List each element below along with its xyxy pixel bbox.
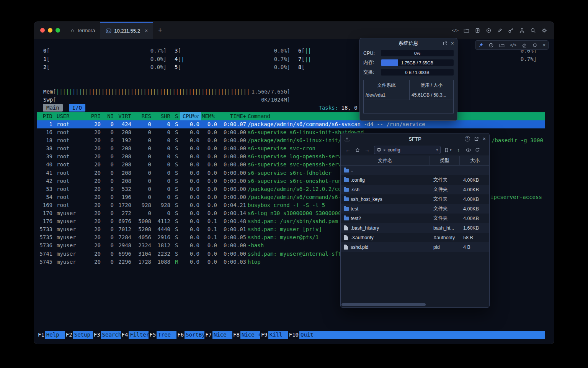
back-icon[interactable]: ←	[345, 147, 351, 153]
column-header-filename[interactable]: 文件名	[341, 156, 430, 165]
close-icon[interactable]: ×	[483, 136, 486, 141]
close-icon[interactable]: ×	[451, 41, 454, 46]
fkey-label[interactable]: Setup	[73, 331, 93, 339]
new-tab-button[interactable]: +	[153, 22, 167, 39]
process-cell-pri: 20	[88, 225, 102, 233]
cpu-meter-3: 3[0.0%]	[175, 47, 290, 55]
log-icon[interactable]	[475, 28, 480, 33]
folder-icon[interactable]	[464, 28, 469, 33]
process-cell-cpu: 0.0	[180, 169, 201, 177]
key-icon[interactable]	[508, 28, 514, 33]
process-cell-pri: 20	[88, 136, 102, 145]
sftp-toolbar: ← → > config ▾ ▾ ↑	[341, 144, 489, 156]
tab-session[interactable]: 10.211.55.2 ×	[100, 22, 153, 39]
fkey-label[interactable]: Kill	[268, 331, 288, 339]
search-icon[interactable]	[530, 28, 536, 33]
branch-icon[interactable]	[519, 28, 525, 33]
column-header-mem[interactable]: MEM%	[201, 112, 219, 120]
edit-icon[interactable]	[497, 28, 503, 33]
sftp-file-row[interactable]: test文件夹4.00KB	[341, 204, 489, 214]
sftp-file-row[interactable]: test2文件夹4.00KB	[341, 214, 489, 223]
forward-icon[interactable]: →	[364, 147, 371, 153]
minimize-window-button[interactable]	[48, 28, 52, 33]
fkey-label[interactable]: SortBy	[185, 331, 204, 339]
folder-icon[interactable]	[499, 43, 505, 48]
column-header-shr[interactable]: SHR	[153, 112, 172, 120]
open-in-window-icon[interactable]	[474, 136, 479, 141]
fkey-label[interactable]: Tree	[157, 331, 176, 339]
fkey-F8[interactable]: F8	[232, 331, 240, 339]
fkey-label[interactable]: Filter	[129, 331, 149, 339]
htop-tab-main[interactable]: Main	[43, 104, 63, 112]
parent-directory-icon[interactable]: ↑	[455, 147, 462, 153]
process-cell-virt: 2296	[115, 258, 133, 266]
zoom-window-button[interactable]	[56, 28, 60, 33]
pin-icon[interactable]	[478, 43, 483, 48]
column-header-virt[interactable]: VIRT	[115, 112, 133, 120]
eraser-icon[interactable]	[521, 43, 527, 48]
code-icon[interactable]: </>	[510, 43, 516, 48]
sftp-file-row[interactable]: ..	[341, 166, 489, 175]
sftp-file-row[interactable]: sshd.pidpid4 B	[341, 242, 489, 252]
fkey-F4[interactable]: F4	[121, 331, 129, 339]
fkey-label[interactable]: Nice +	[240, 331, 260, 339]
record-icon[interactable]	[486, 28, 492, 33]
fkey-label[interactable]: Search	[101, 331, 121, 339]
fkey-label[interactable]: Quit	[299, 331, 319, 339]
fkey-F3[interactable]: F3	[93, 331, 101, 339]
process-cell-pri: 20	[88, 153, 102, 161]
process-cell-pid: 16	[37, 128, 54, 136]
sftp-file-row[interactable]: .ssh文件夹4.00KB	[341, 185, 489, 194]
process-row[interactable]: 1root20042400S0.00.00:00.07/package/admi…	[37, 120, 545, 128]
process-cell-ni: 0	[102, 120, 115, 128]
fkey-label[interactable]: Nice -	[212, 331, 232, 339]
close-icon[interactable]: ×	[543, 43, 546, 48]
fkey-F9[interactable]: F9	[260, 331, 268, 339]
download-icon[interactable]	[344, 133, 350, 144]
fkey-F6[interactable]: F6	[176, 331, 185, 339]
fkey-F1[interactable]: F1	[37, 331, 45, 339]
fkey-F5[interactable]: F5	[149, 331, 157, 339]
show-hidden-icon[interactable]	[466, 147, 471, 153]
column-header-cpu[interactable]: CPU%▽	[180, 112, 201, 120]
process-cell-user: root	[54, 201, 88, 209]
sftp-file-row[interactable]: .config文件夹4.00KB	[341, 175, 489, 185]
chevron-down-icon[interactable]: ▾	[436, 148, 438, 152]
process-cell-time: 0:00.01	[219, 225, 248, 233]
column-header-size[interactable]: 大小	[459, 156, 490, 165]
process-cell-shr: 0	[153, 193, 172, 201]
help-icon[interactable]: ?	[465, 136, 470, 141]
settings-icon[interactable]	[541, 28, 547, 33]
sftp-file-row[interactable]: .bash_historybash_hi...1.60KB	[341, 223, 489, 233]
column-header-res[interactable]: RES	[133, 112, 153, 120]
process-cell-pri: 20	[88, 242, 102, 250]
column-header-s[interactable]: S	[172, 112, 180, 120]
sftp-file-row[interactable]: ssh_host_keys文件夹4.00KB	[341, 194, 489, 204]
column-header-time[interactable]: TIME+	[219, 112, 248, 120]
column-header-type[interactable]: 类型	[430, 156, 459, 165]
fkey-F7[interactable]: F7	[204, 331, 212, 339]
fkey-F10[interactable]: F10	[288, 331, 299, 339]
refresh-icon[interactable]	[532, 43, 537, 48]
tab-termora[interactable]: ⌂ Termora	[65, 22, 100, 39]
column-header-pid[interactable]: PID	[37, 112, 54, 120]
process-cell-virt: 2948	[115, 242, 133, 250]
htop-tab-io[interactable]: I/O	[69, 104, 85, 112]
fkey-label[interactable]: Help	[45, 331, 65, 339]
open-in-window-icon[interactable]	[443, 41, 448, 46]
path-breadcrumb[interactable]: > config ▾	[374, 146, 441, 154]
column-header-pri[interactable]: PRI	[88, 112, 102, 120]
home-icon[interactable]	[355, 147, 360, 153]
info-icon[interactable]	[488, 43, 494, 48]
close-tab-icon[interactable]: ×	[145, 28, 148, 34]
column-header-user[interactable]: USER	[54, 112, 88, 120]
bookmark-button[interactable]: ▾	[444, 148, 452, 153]
column-header-ni[interactable]: NI	[102, 112, 115, 120]
close-window-button[interactable]	[40, 28, 45, 33]
sftp-file-row[interactable]: .XauthorityXauthority58 B	[341, 233, 489, 242]
process-cell-pri: 20	[88, 233, 102, 242]
refresh-icon[interactable]	[475, 147, 480, 153]
fkey-F2[interactable]: F2	[65, 331, 73, 339]
horizontal-scrollbar[interactable]	[341, 303, 426, 306]
code-icon[interactable]: </>	[452, 28, 458, 33]
